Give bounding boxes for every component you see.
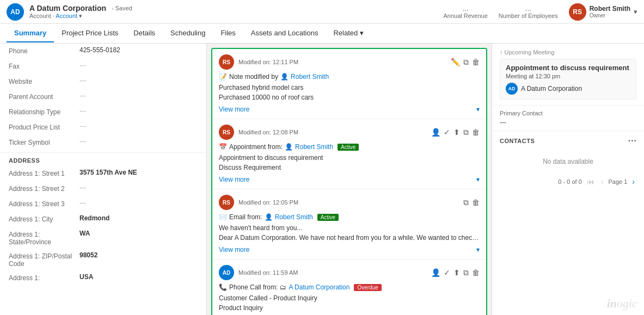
upload-icon-4[interactable]: ⬆ <box>453 268 460 277</box>
copy-icon-3[interactable]: ⧉ <box>463 198 469 207</box>
tab-assets-locations[interactable]: Assets and Locations <box>243 24 326 42</box>
copy-icon-4[interactable]: ⧉ <box>463 268 469 277</box>
timeline-card-phone: AD Modified on: 11:59 AM 👤 ✓ ⬆ ⧉ 🗑 📞 Pho… <box>212 260 486 315</box>
timeline-card-note: RS Modified on: 12:11 PM ✏️ ⧉ 🗑 📝 Note m… <box>212 49 486 119</box>
company-name: A Datum Corporation <box>29 4 106 13</box>
header-right: ... Annual Revenue ... Number of Employe… <box>443 3 637 21</box>
delete-icon[interactable]: 🗑 <box>472 58 480 66</box>
primary-contact-section: Primary Contact --- <box>492 106 644 131</box>
card3-view-more[interactable]: View more ▾ <box>219 246 480 254</box>
copy-icon[interactable]: ⧉ <box>463 58 469 67</box>
avatar-rs-1: RS <box>219 54 234 70</box>
field-ticker-symbol: Ticker Symbol --- <box>0 135 206 150</box>
field-street1: Address 1: Street 1 3575 157th Ave NE <box>0 166 206 181</box>
timeline-card-email: RS Modified on: 12:05 PM ⧉ 🗑 ✉️ Email fr… <box>212 189 486 260</box>
tab-related[interactable]: Related ▾ <box>326 24 371 42</box>
card1-view-more[interactable]: View more ▾ <box>219 106 480 113</box>
upcoming-meeting-label: ↑ Upcoming Meeting <box>500 49 636 55</box>
header-title-area: A Datum Corporation - Saved Account · Ac… <box>29 4 132 20</box>
card3-content: We haven't heard from you...Dear A Datum… <box>219 223 480 243</box>
tab-project-price-lists[interactable]: Project Price Lists <box>54 24 126 42</box>
user-info: Robert Smith Owner <box>590 5 630 18</box>
employees-stat: ... Number of Employees <box>499 4 558 19</box>
company-avatar: AD <box>7 3 24 21</box>
top-header: AD A Datum Corporation - Saved Account ·… <box>0 0 644 24</box>
card2-type: 📅 Appointment from: 👤 Robert Smith Activ… <box>219 143 480 151</box>
card1-content: Purchased hybrid model carsPurchased 100… <box>219 83 480 102</box>
upload-icon[interactable]: ⬆ <box>453 128 460 137</box>
field-city: Address 1: City Redmond <box>0 212 206 227</box>
field-phone: Phone 425-555-0182 <box>0 44 206 59</box>
card2-view-more[interactable]: View more ▾ <box>219 176 480 183</box>
card4-type: 📞 Phone Call from: 🗂 A Datum Corporation… <box>219 283 480 291</box>
edit-icon[interactable]: ✏️ <box>451 58 460 66</box>
user-area[interactable]: RS Robert Smith Owner ▾ <box>569 3 637 21</box>
card3-time: Modified on: 12:05 PM <box>238 199 298 206</box>
note-icon: 📝 <box>219 73 227 81</box>
field-street3: Address 1: Street 3 --- <box>0 196 206 212</box>
right-panel: ↑ Upcoming Meeting Appointment to discus… <box>492 44 644 315</box>
tab-details[interactable]: Details <box>126 24 163 42</box>
person-icon-4[interactable]: 👤 <box>431 268 440 277</box>
field-fax: Fax --- <box>0 59 206 74</box>
card1-time: Modified on: 12:11 PM <box>238 59 298 65</box>
appointment-who: AD A Datum Corporation <box>506 83 630 95</box>
email-icon: ✉️ <box>219 213 227 221</box>
nav-tabs: Summary Project Price Lists Details Sche… <box>0 24 644 44</box>
contacts-section-header: CONTACTS ⋯ <box>492 131 644 149</box>
tab-scheduling[interactable]: Scheduling <box>163 24 213 42</box>
primary-contact-label: Primary Contact <box>500 110 636 116</box>
contacts-label: CONTACTS <box>500 138 535 144</box>
inogic-watermark: inogic <box>607 297 637 311</box>
main-layout: Phone 425-555-0182 Fax --- Website --- P… <box>0 44 644 315</box>
field-state: Address 1: State/Province WA <box>0 227 206 249</box>
timeline-highlighted-group: RS Modified on: 12:11 PM ✏️ ⧉ 🗑 📝 Note m… <box>211 48 487 315</box>
card4-content: Customer Called - Product InquiryProduct… <box>219 293 480 313</box>
delete-icon-3[interactable]: 🗑 <box>472 198 480 207</box>
phone-icon: 📞 <box>219 283 227 291</box>
user-chevron-icon[interactable]: ▾ <box>634 8 637 16</box>
first-page-button[interactable]: ⏮ <box>585 177 596 186</box>
person-icon[interactable]: 👤 <box>431 128 440 137</box>
primary-contact-value: --- <box>500 119 636 126</box>
saved-badge: - Saved <box>112 5 132 11</box>
field-website: Website --- <box>0 74 206 89</box>
pagination-range: 0 - 0 of 0 <box>558 178 581 185</box>
contacts-menu-icon[interactable]: ⋯ <box>628 135 637 146</box>
delete-icon-4[interactable]: 🗑 <box>472 268 480 277</box>
avatar-ad-4: AD <box>219 265 234 280</box>
check-icon-4[interactable]: ✓ <box>444 268 450 277</box>
tab-files[interactable]: Files <box>213 24 243 42</box>
upcoming-meeting-section: ↑ Upcoming Meeting Appointment to discus… <box>492 44 644 106</box>
card2-content: Appointment to discuss requirementDiscus… <box>219 153 480 172</box>
field-zip: Address 1: ZIP/Postal Code 98052 <box>0 249 206 270</box>
field-country: Address 1: USA <box>0 270 206 286</box>
field-product-price-list: Product Price List --- <box>0 120 206 135</box>
card1-type: 📝 Note modified by 👤 Robert Smith <box>219 73 480 81</box>
address-section-header: ADDRESS <box>0 152 206 166</box>
contacts-no-data: No data available <box>500 151 636 172</box>
delete-icon-2[interactable]: 🗑 <box>472 128 480 137</box>
card3-type: ✉️ Email from: 👤 Robert Smith Active <box>219 213 480 221</box>
timeline-panel: RS Modified on: 12:11 PM ✏️ ⧉ 🗑 📝 Note m… <box>207 44 492 315</box>
contacts-no-data-area: No data available <box>492 149 644 174</box>
field-parent-account: Parent Account --- <box>0 89 206 104</box>
check-icon[interactable]: ✓ <box>444 128 450 137</box>
copy-icon-2[interactable]: ⧉ <box>463 128 469 137</box>
contacts-pagination: 0 - 0 of 0 ⏮ ‹ Page 1 › <box>492 174 644 189</box>
field-street2: Address 1: Street 2 --- <box>0 181 206 196</box>
prev-page-button[interactable]: ‹ <box>599 177 605 186</box>
header-left: AD A Datum Corporation - Saved Account ·… <box>7 3 132 21</box>
tab-summary[interactable]: Summary <box>7 24 54 42</box>
appointment-icon: 📅 <box>219 143 227 151</box>
next-page-button[interactable]: › <box>630 177 636 186</box>
user-avatar: RS <box>569 3 586 21</box>
active-badge-2: Active <box>338 144 359 151</box>
card2-time: Modified on: 12:08 PM <box>238 129 298 135</box>
active-badge-3: Active <box>317 214 339 221</box>
field-relationship-type: Relationship Type --- <box>0 104 206 120</box>
breadcrumb: Account · Account ▾ <box>29 13 132 20</box>
avatar-rs-2: RS <box>219 125 234 140</box>
annual-revenue-stat: ... Annual Revenue <box>443 4 487 19</box>
page-number: Page 1 <box>608 178 627 185</box>
